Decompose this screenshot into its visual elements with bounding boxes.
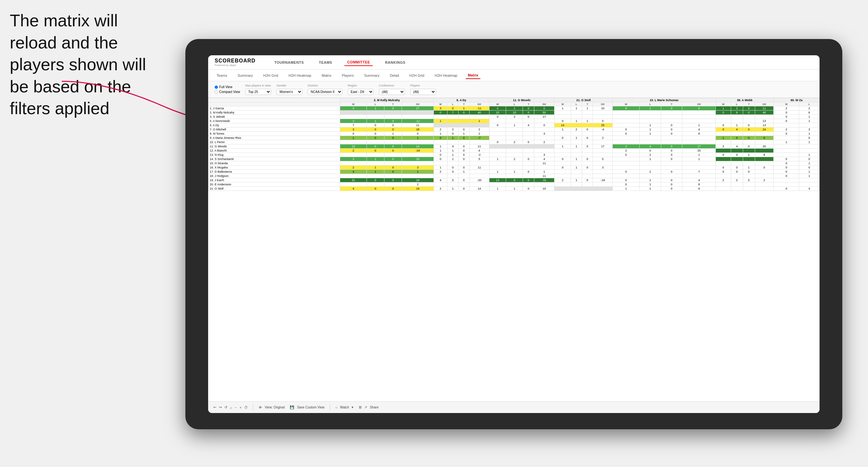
col-header-5: 23. L Marie Schumac (613, 98, 716, 102)
compact-view-option[interactable]: Compact View (215, 90, 240, 94)
col-header-1: 2. M Kelly Mulcahy (340, 98, 434, 102)
toolbar-actions-group: ⊞ ↗ Share (359, 405, 378, 409)
conference-filter: Conference (All) (379, 84, 405, 95)
compact-view-radio[interactable] (215, 90, 218, 94)
players-filter: Players (All) (410, 84, 436, 95)
full-view-option[interactable]: Full View (215, 85, 240, 89)
gender-label: Gender (276, 84, 303, 87)
subheader-name (209, 102, 340, 106)
row-name: 16. X Mcgaha (209, 165, 340, 170)
logo-title: SCOREBOARD (215, 58, 256, 64)
watch-chevron[interactable]: ▾ (351, 405, 353, 409)
division-filter: Division NCAA Division II NCAA Division … (308, 84, 342, 95)
col-header-name (209, 98, 340, 102)
search-button[interactable]: ⌕ (230, 406, 232, 409)
table-row: 12. A Bianchi 2 0 0 -18 1 1 0 4 (209, 149, 819, 153)
toolbar-divider-2 (330, 404, 330, 411)
redo-button[interactable]: ↪ (219, 405, 222, 409)
table-row: 19. J Karrh 31 0 0 19 4 0 0 -20 13 0 0 -… (209, 178, 819, 182)
col-header-2: 6. A Dy (434, 98, 489, 102)
sub-nav-matrix[interactable]: Matrix (320, 72, 333, 79)
gender-filter: Gender Women's Men's (276, 84, 303, 95)
watch-label[interactable]: Watch (340, 406, 349, 409)
sub-nav-detail[interactable]: Detail (388, 72, 401, 79)
division-select[interactable]: NCAA Division II NCAA Division I NCAA Di… (308, 89, 342, 95)
sub-nav-h2h-grid2[interactable]: H2H Grid (407, 72, 426, 79)
nav-teams[interactable]: TEAMS (316, 59, 335, 66)
table-row: 17. D Ballesteros 3 1 0 1 2 0 1 1 1 0 1 (209, 170, 819, 174)
row-name: 21. O Stoll (209, 187, 340, 191)
toolbar-save-group: 💾 Save Custom View (290, 405, 324, 409)
sub-nav-h2h-heatmap2[interactable]: H2H Heatmap (433, 72, 460, 79)
logo: SCOREBOARD Powered by clippd (215, 58, 256, 67)
grid-icon[interactable]: ⊞ (359, 405, 362, 409)
table-row: 14. S Srichantamit 3 1 0 18 0 1 0 5 1 2 … (209, 157, 819, 161)
full-view-label: Full View (219, 85, 232, 89)
subheader-t3: T (523, 102, 534, 106)
subheader-w1: W (340, 102, 367, 106)
sub-nav-summary[interactable]: Summary (236, 72, 255, 79)
matrix-table: 2. M Kelly Mulcahy 6. A Dy 11. G Woods 2… (208, 98, 819, 191)
zoom-out-button[interactable]: − (235, 406, 237, 409)
region-filter: Region East - DII West - DII (All) (348, 84, 374, 95)
save-label[interactable]: Save Custom View (297, 406, 324, 409)
table-row: 6. A Dy 7 0 0 11 0 1 4 0 14 (209, 123, 819, 127)
subheader-l6: L (731, 102, 743, 106)
table-row: 21. O Stoll 4 0 0 19 2 1 0 14 1 1 0 10 (209, 187, 819, 191)
view-toggle: Full View Compact View (215, 85, 240, 94)
subheader-dif4: Dif (593, 102, 613, 106)
matrix-container[interactable]: 2. M Kelly Mulcahy 6. A Dy 11. G Woods 2… (208, 98, 819, 391)
row-name: 8. M Torres (209, 132, 340, 136)
max-players-select[interactable]: Top 25 Top 50 All (245, 89, 271, 95)
players-select[interactable]: (All) (410, 89, 436, 95)
share-icon[interactable]: ↗ (364, 405, 367, 409)
table-row: 5. A Nomrowski 3 1 0 -11 1 1 0 (209, 119, 819, 123)
conference-select[interactable]: (All) (379, 89, 405, 95)
table-row: 11. G Woods 10 0 0 14 1 4 0 11 1 (209, 145, 819, 149)
top-navigation: SCOREBOARD Powered by clippd TOURNAMENTS… (208, 55, 819, 70)
gender-select[interactable]: Women's Men's (276, 89, 303, 95)
row-name: 17. D Ballesteros (209, 170, 340, 174)
zoom-in-button[interactable]: + (239, 406, 241, 409)
row-name: 19. J Karrh (209, 178, 340, 182)
table-row: 2. M Kelly Mulcahy 0 7 0 40 10 10 0 50 (209, 111, 819, 115)
table-row: 10. L Perini 0 2 0 2 (209, 140, 819, 145)
filter-row: Full View Compact View Max players in vi… (208, 81, 819, 98)
row-name: 1. J Garcia (209, 106, 340, 111)
share-label[interactable]: Share (370, 406, 378, 409)
subheader-dif3: Dif (534, 102, 554, 106)
refresh-button[interactable]: ↺ (224, 405, 227, 409)
subheader-dif5: Dif (682, 102, 716, 106)
sub-nav-matrix2[interactable]: Matrix (466, 72, 480, 79)
toolbar-watch-group: ○ Watch ▾ (335, 405, 354, 409)
undo-button[interactable]: ↩ (213, 405, 216, 409)
full-view-radio[interactable] (215, 86, 218, 89)
nav-committee[interactable]: COMMITTEE (344, 59, 373, 66)
table-row: 9. A Maria Jimenez Rios 1 0 0 1 0 1 0 -7 (209, 136, 819, 140)
subheader-w2: W (434, 102, 447, 106)
tablet-screen: SCOREBOARD Powered by clippd TOURNAMENTS… (208, 55, 819, 413)
subheader-l5: L (639, 102, 661, 106)
row-name: 12. A Bianchi (209, 149, 340, 153)
nav-tournaments[interactable]: TOURNAMENTS (272, 59, 307, 66)
row-name: 18. J Hodgson (209, 174, 340, 178)
subheader-l1: L (367, 102, 384, 106)
row-name: 9. A Maria Jimenez Rios (209, 136, 340, 140)
view-label[interactable]: View: Original (265, 406, 285, 409)
col-header-6: 38. A Webb (716, 98, 774, 102)
region-select[interactable]: East - DII West - DII (All) (348, 89, 374, 95)
nav-rankings[interactable]: RANKINGS (382, 59, 408, 66)
subheader-t5: T (661, 102, 682, 106)
col-header-4: 21. O Stoll (555, 98, 613, 102)
subheader-w3: W (489, 102, 506, 106)
toolbar-divider-1 (253, 404, 253, 411)
table-row: 18. J Hodgson 11 (209, 174, 819, 178)
sub-nav-h2h-heatmap[interactable]: H2H Heatmap (286, 72, 313, 79)
sub-nav-summary2[interactable]: Summary (362, 72, 381, 79)
sub-nav-h2h-grid[interactable]: H2H Grid (261, 72, 280, 79)
timer-button[interactable]: ⏱ (244, 406, 248, 409)
sub-nav-players[interactable]: Players (340, 72, 356, 79)
row-name: 5. A Nomrowski (209, 119, 340, 123)
sub-navigation: Teams Summary H2H Grid H2H Heatmap Matri… (208, 70, 819, 81)
sub-nav-teams[interactable]: Teams (215, 72, 229, 79)
